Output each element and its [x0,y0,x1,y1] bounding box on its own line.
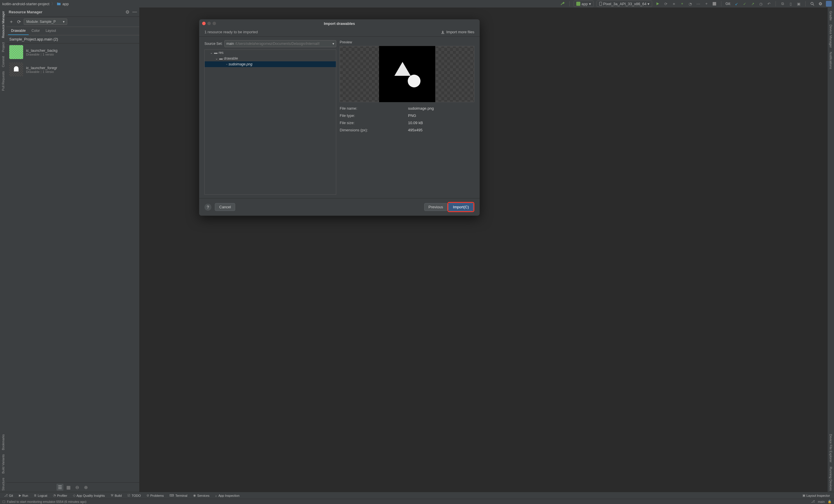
previous-button[interactable]: Previous [424,203,448,211]
device-label: Pixel_3a_API_33_x86_64 [603,2,646,6]
tool-app-quality[interactable]: ◇App Quality Insights [71,494,107,497]
sidebar-item-build-variants[interactable]: Build Variants [1,453,5,475]
breadcrumb-project[interactable]: kotlin-android-starter-project [2,2,49,6]
meta-key-filesize: File size: [340,121,408,125]
source-set-label: Source Set: [204,42,223,46]
resource-manager-panel: Resource Manager ⚙ — ＋ ⟳ Module: Sample_… [6,7,139,492]
list-item[interactable]: ic_launcher_backg Drawable|1 versio [6,43,139,61]
tool-logcat[interactable]: ≣Logcat [32,494,49,497]
run-config-dropdown[interactable]: app ▾ [574,1,594,7]
git-push-icon[interactable]: ↗ [750,1,755,6]
import-more-button[interactable]: Import more files [441,30,474,34]
help-button[interactable]: ? [204,204,212,211]
git-pull-icon[interactable]: ↙ [734,1,739,6]
device-dropdown[interactable]: Pixel_3a_API_33_x86_64 ▾ [596,1,653,7]
sidebar-item-pull-requests[interactable]: Pull Requests [1,70,5,92]
sidebar-item-project[interactable]: Project [1,41,5,53]
list-item[interactable]: ic_launcher_foregr Drawable|1 versio [6,61,139,78]
coverage-icon[interactable]: ≡ [671,1,677,6]
zoom-in-icon[interactable]: ⊕ [83,484,89,491]
debug-attach-icon[interactable]: ⟳ [663,1,668,6]
minimize-icon[interactable] [207,22,211,25]
sidebar-item-resource-manager[interactable]: Resource Manager [1,10,5,39]
device-mirror-icon[interactable]: ▯ [788,1,793,6]
tool-run[interactable]: ▶Run [17,494,30,497]
sidebar-item-bookmarks[interactable]: Bookmarks [1,433,5,451]
file-tree[interactable]: ⌄ ▬ res ⌄ ▬ drawable ▫ [204,49,336,195]
sidebar-item-notifications[interactable]: Notifications [829,51,833,70]
import-button[interactable]: Import(C) [448,203,473,211]
play-icon: ▶ [19,494,21,497]
tab-color[interactable]: Color [29,27,43,35]
chevron-down-icon[interactable]: ⌄ [215,56,218,61]
sidebar-item-device-manager[interactable]: Device Manager [829,23,833,49]
tree-row-file[interactable]: ▫ sudoimage.png [205,61,336,67]
tool-layout-inspector[interactable]: ▣Layout Inspector [801,494,832,497]
sidebar-item-running-devices[interactable]: Running Devices [829,465,833,492]
tool-git[interactable]: ⎇Git [2,494,15,497]
gear-icon[interactable]: ⚙ [125,9,129,15]
branch-icon[interactable]: ⎇ [811,500,815,503]
search-icon[interactable] [810,1,815,6]
git-history-icon[interactable]: ◷ [758,1,763,6]
thumbnail-icon [9,63,23,76]
git-commit-icon[interactable]: ✓ [742,1,747,6]
sync-icon[interactable] [560,1,565,6]
panel-footer: ☰ ▦ ⊖ ⊕ [6,482,139,492]
gear-icon[interactable] [818,1,823,6]
avd-icon[interactable]: ▣ [796,1,801,6]
tool-todo[interactable]: ☑TODO [126,494,142,497]
refresh-icon[interactable]: ⟳ [16,19,21,24]
sidebar-item-commit[interactable]: Commit [1,55,5,68]
tree-row-res[interactable]: ⌄ ▬ res [205,50,336,55]
chevron-down-icon[interactable]: ⌄ [210,51,213,55]
tab-layout[interactable]: Layout [43,27,59,35]
close-icon[interactable] [202,22,205,25]
run-config-label: app [581,2,588,6]
code-with-me-icon[interactable]: ⧉ [780,1,785,6]
zoom-out-icon[interactable]: ⊖ [74,484,81,491]
tool-profiler[interactable]: ◔Profiler [51,494,69,497]
cancel-button[interactable]: Cancel [215,203,235,211]
tool-app-inspection[interactable]: ⌕App Inspection [214,494,241,497]
run-icon[interactable] [655,1,660,6]
bug-icon[interactable]: ⌖ [679,1,685,6]
meta-val-filetype: PNG [408,113,474,118]
undo-icon[interactable]: ↶ [766,1,771,6]
chevron-down-icon: ▾ [63,20,65,24]
profiler-icon[interactable]: ◔ [687,1,693,6]
maximize-icon[interactable] [213,22,216,25]
tab-drawable[interactable]: Drawable [8,27,29,35]
sidebar-item-structure[interactable]: Structure [1,477,5,492]
source-set-dropdown[interactable]: main /Users/odelaheragomez/Documents/Del… [224,40,336,47]
tool-problems[interactable]: ⊘Problems [145,494,166,497]
avatar[interactable] [826,1,832,7]
grid-view-icon[interactable]: ▦ [65,484,72,491]
sidebar-item-device-file-explorer[interactable]: Device File Explorer [829,433,833,463]
attach-debugger-icon[interactable]: ⋯ [696,1,701,6]
more-run-icon[interactable]: ⌖ [704,1,709,6]
separator [721,1,721,6]
breadcrumb-module[interactable]: app [63,2,69,6]
list-view-icon[interactable]: ☰ [57,484,63,491]
tool-services[interactable]: ◉Services [192,494,211,497]
stop-icon[interactable] [712,1,717,6]
add-icon[interactable]: ＋ [9,19,14,24]
resource-name: ic_launcher_backg [26,48,57,53]
tool-terminal[interactable]: ⌨Terminal [168,494,189,497]
tool-build[interactable]: ⚒Build [109,494,123,497]
separator [805,1,806,6]
lock-icon[interactable]: 🔒 [828,500,832,503]
git-branch[interactable]: main [818,500,825,503]
ready-count-text: 1 resource ready to be imported [204,30,258,34]
status-bar: ▢ Failed to start monitoring emulator-55… [0,499,834,504]
minimize-icon[interactable]: — [132,9,137,15]
tree-row-drawable[interactable]: ⌄ ▬ drawable [205,55,336,61]
sidebar-item-gradle[interactable]: Gradle [829,10,833,22]
status-icon[interactable]: ▢ [2,500,5,503]
dialog-titlebar[interactable]: Import drawables [199,19,480,27]
breadcrumb[interactable]: kotlin-android-starter-project 〉 app [2,1,69,6]
module-dropdown[interactable]: Module: Sample_P ▾ [24,19,67,25]
services-icon: ◉ [193,494,196,497]
todo-icon: ☑ [127,494,130,497]
